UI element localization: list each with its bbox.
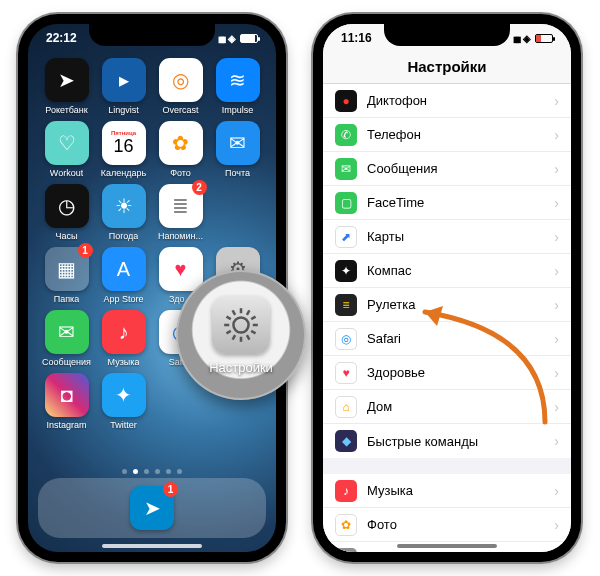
app-label: Instagram [46, 420, 86, 430]
app-Twitter[interactable]: ✦Twitter [97, 373, 150, 430]
app-icon[interactable]: ≣2 [159, 184, 203, 228]
dock-app-Telegram[interactable]: ➤1 [130, 486, 174, 530]
chevron-right-icon: › [554, 195, 559, 211]
app-icon[interactable]: ◎ [159, 58, 203, 102]
row-icon: ◎ [335, 328, 357, 350]
app-Сообщения[interactable]: ✉Сообщения [40, 310, 93, 367]
app-icon[interactable]: ▦1 [45, 247, 89, 291]
settings-row-Телефон[interactable]: ✆Телефон› [323, 118, 571, 152]
app-icon[interactable]: ♡ [45, 121, 89, 165]
app-Instagram[interactable]: ◘Instagram [40, 373, 93, 430]
app-icon[interactable]: ✿ [159, 121, 203, 165]
settings-icon[interactable] [212, 296, 270, 354]
page-title: Настройки [407, 58, 486, 75]
app-Календарь[interactable]: Пятница16Календарь [97, 121, 150, 178]
chevron-right-icon: › [554, 399, 559, 415]
app-Фото[interactable]: ✿Фото [154, 121, 207, 178]
settings-row-Музыка[interactable]: ♪Музыка› [323, 474, 571, 508]
settings-row-FaceTime[interactable]: ▢FaceTime› [323, 186, 571, 220]
home-indicator[interactable] [397, 544, 497, 548]
settings-row-Сообщения[interactable]: ✉Сообщения› [323, 152, 571, 186]
app-icon[interactable]: ▸ [102, 58, 146, 102]
app-Музыка[interactable]: ♪Музыка [97, 310, 150, 367]
row-icon: ♪ [335, 480, 357, 502]
app-label: Папка [54, 294, 80, 304]
settings-row-Дом[interactable]: ⌂Дом› [323, 390, 571, 424]
row-icon: ♥ [335, 362, 357, 384]
svg-rect-6 [246, 334, 251, 340]
app-icon[interactable]: ➤ [45, 58, 89, 102]
app-icon[interactable]: ♥ [159, 247, 203, 291]
phone-settings: 11:16 Настройки ●Диктофон›✆Телефон›✉Сооб… [313, 14, 581, 562]
app-Папка[interactable]: ▦1Папка [40, 247, 93, 304]
app-Overcast[interactable]: ◎Overcast [154, 58, 207, 115]
signal-icon [513, 31, 519, 45]
svg-rect-1 [240, 308, 243, 313]
app-label: App Store [103, 294, 143, 304]
app-Рокетбанк[interactable]: ➤Рокетбанк [40, 58, 93, 115]
settings-row-Быстрые команды[interactable]: ◆Быстрые команды› [323, 424, 571, 458]
row-icon: ✿ [335, 514, 357, 536]
settings-list[interactable]: ●Диктофон›✆Телефон›✉Сообщения›▢FaceTime›… [323, 84, 571, 552]
settings-label: Настройки [209, 360, 273, 375]
settings-row-Компас[interactable]: ✦Компас› [323, 254, 571, 288]
svg-rect-10 [224, 323, 229, 326]
row-icon: ⌂ [335, 396, 357, 418]
app-Workout[interactable]: ♡Workout [40, 121, 93, 178]
app-Погода[interactable]: ☀Погода [97, 184, 150, 241]
app-App Store[interactable]: AApp Store [97, 247, 150, 304]
svg-rect-7 [240, 336, 243, 341]
app-slot[interactable] [211, 184, 264, 241]
app-Часы[interactable]: ◷Часы [40, 184, 93, 241]
app-icon[interactable]: A [102, 247, 146, 291]
svg-rect-5 [251, 329, 257, 334]
chevron-right-icon: › [554, 551, 559, 553]
app-label: Погода [109, 231, 139, 241]
app-label: Рокетбанк [45, 105, 87, 115]
settings-row-Диктофон[interactable]: ●Диктофон› [323, 84, 571, 118]
app-label: Фото [170, 168, 191, 178]
row-icon: ✆ [335, 124, 357, 146]
svg-rect-4 [253, 323, 258, 326]
chevron-right-icon: › [554, 331, 559, 347]
row-icon: ◆ [335, 430, 357, 452]
app-Impulse[interactable]: ≋Impulse [211, 58, 264, 115]
app-Почта[interactable]: ✉Почта [211, 121, 264, 178]
app-icon[interactable]: ≋ [216, 58, 260, 102]
row-label: Safari [367, 331, 554, 346]
app-icon[interactable]: Пятница16 [102, 121, 146, 165]
app-icon[interactable]: ✦ [102, 373, 146, 417]
row-label: Здоровье [367, 365, 554, 380]
app-icon[interactable]: ◘ [45, 373, 89, 417]
app-Напомин...[interactable]: ≣2Напомин... [154, 184, 207, 241]
svg-point-0 [233, 317, 248, 332]
svg-rect-12 [232, 309, 237, 315]
app-icon[interactable]: ✉ [216, 121, 260, 165]
app-label: Overcast [162, 105, 198, 115]
app-icon[interactable]: ♪ [102, 310, 146, 354]
row-label: Дом [367, 399, 554, 414]
page-dots[interactable] [28, 469, 276, 474]
signal-icon [218, 31, 224, 45]
settings-row-Карты[interactable]: ⬈Карты› [323, 220, 571, 254]
app-label: Сообщения [42, 357, 91, 367]
chevron-right-icon: › [554, 93, 559, 109]
row-label: FaceTime [367, 195, 554, 210]
home-indicator[interactable] [102, 544, 202, 548]
row-label: Камера [367, 551, 554, 552]
settings-row-Здоровье[interactable]: ♥Здоровье› [323, 356, 571, 390]
clock: 11:16 [341, 31, 372, 45]
app-icon[interactable]: ◷ [45, 184, 89, 228]
app-Lingvist[interactable]: ▸Lingvist [97, 58, 150, 115]
app-icon[interactable]: ✉ [45, 310, 89, 354]
app-label: Twitter [110, 420, 137, 430]
app-icon[interactable]: ☀ [102, 184, 146, 228]
row-icon: ≡ [335, 294, 357, 316]
settings-row-Фото[interactable]: ✿Фото› [323, 508, 571, 542]
settings-row-Рулетка[interactable]: ≡Рулетка› [323, 288, 571, 322]
app-icon[interactable] [216, 184, 260, 228]
settings-row-Safari[interactable]: ◎Safari› [323, 322, 571, 356]
row-icon: ⬈ [335, 226, 357, 248]
chevron-right-icon: › [554, 127, 559, 143]
svg-rect-8 [232, 334, 237, 340]
